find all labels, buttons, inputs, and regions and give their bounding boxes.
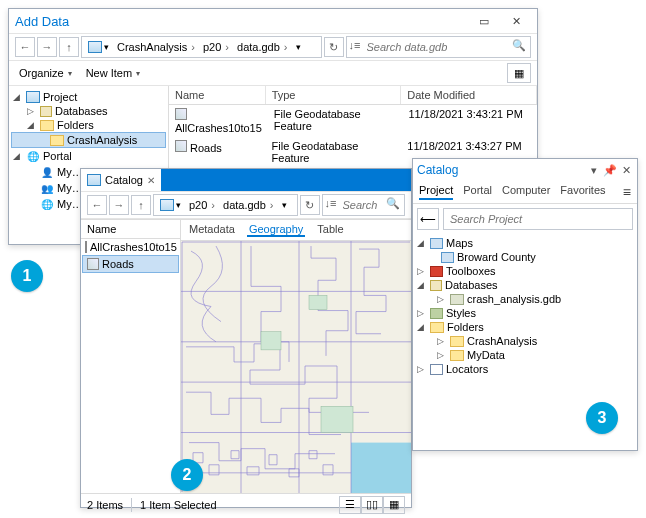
refresh-button[interactable] bbox=[300, 195, 320, 215]
tab-table[interactable]: Table bbox=[315, 223, 345, 237]
pane-tabs[interactable]: Project Portal Computer Favorites ≡ bbox=[413, 181, 637, 204]
organize-menu[interactable]: Organize bbox=[15, 65, 76, 81]
toolbar: Organize New Item ▦ bbox=[9, 61, 537, 86]
project-icon bbox=[88, 41, 102, 53]
pin-icon[interactable]: 📌 bbox=[603, 164, 617, 177]
tree-folder-item[interactable]: ▷MyData bbox=[413, 348, 637, 362]
feature-class-icon bbox=[85, 241, 87, 253]
back-button[interactable]: ← bbox=[15, 37, 35, 57]
callout-2: 2 bbox=[171, 459, 203, 491]
pane-title: Catalog bbox=[417, 163, 458, 177]
tree-maps[interactable]: ◢Maps bbox=[413, 236, 637, 250]
nav-bar: ← → ↑ ▾ p20 data.gdb ▾ ↓≡ 🔍 bbox=[81, 191, 411, 219]
catalog-icon bbox=[87, 174, 101, 186]
tree-folder-selected[interactable]: CrashAnalysis bbox=[11, 132, 166, 148]
project-tree[interactable]: ◢Maps Broward County ▷Toolboxes ◢Databas… bbox=[413, 234, 637, 378]
feature-class-icon bbox=[175, 108, 187, 120]
up-button[interactable]: ↑ bbox=[131, 195, 151, 215]
restore-button[interactable]: ▭ bbox=[469, 11, 499, 31]
close-button[interactable]: ✕ bbox=[501, 11, 531, 31]
view-details-button[interactable]: ▦ bbox=[507, 63, 531, 83]
svg-rect-2 bbox=[261, 332, 281, 350]
search-box[interactable]: ↓≡ 🔍 bbox=[346, 36, 531, 58]
feature-class-icon bbox=[175, 140, 187, 152]
status-selection: 1 Item Selected bbox=[140, 499, 216, 511]
search-box[interactable]: ↓≡ 🔍 bbox=[322, 194, 405, 216]
tab-project[interactable]: Project bbox=[419, 184, 453, 200]
list-item[interactable]: AllCrashes10to15 File Geodatabase Featur… bbox=[169, 105, 537, 137]
item-list[interactable]: Name AllCrashes10to15 Roads bbox=[81, 220, 181, 493]
new-item-menu[interactable]: New Item bbox=[82, 65, 144, 81]
refresh-button[interactable] bbox=[324, 37, 344, 57]
tree-folder-item[interactable]: ▷CrashAnalysis bbox=[413, 334, 637, 348]
tab-computer[interactable]: Computer bbox=[502, 184, 550, 200]
tree-styles[interactable]: ▷Styles bbox=[413, 306, 637, 320]
list-item[interactable]: AllCrashes10to15 bbox=[81, 239, 180, 255]
status-item-count: 2 Items bbox=[87, 499, 123, 511]
tab-label: Catalog bbox=[105, 174, 143, 186]
tree-gdb-item[interactable]: ▷crash_analysis.gdb bbox=[413, 292, 637, 306]
sort-icon[interactable]: ↓≡ bbox=[325, 197, 337, 209]
titlebar[interactable]: Add Data ▭ ✕ bbox=[9, 9, 537, 33]
breadcrumb[interactable]: ▾ p20 data.gdb ▾ bbox=[153, 194, 298, 216]
tree-project[interactable]: ◢Project bbox=[9, 90, 168, 104]
forward-button[interactable]: → bbox=[109, 195, 129, 215]
search-icon[interactable]: 🔍 bbox=[512, 39, 526, 52]
search-icon[interactable]: 🔍 bbox=[386, 197, 400, 210]
up-button[interactable]: ↑ bbox=[59, 37, 79, 57]
list-item-selected[interactable]: Roads bbox=[82, 255, 179, 273]
tree-locators[interactable]: ▷Locators bbox=[413, 362, 637, 376]
tree-databases[interactable]: ▷Databases bbox=[9, 104, 168, 118]
view-list-button[interactable]: ☰ bbox=[339, 496, 361, 514]
sort-icon[interactable]: ↓≡ bbox=[349, 39, 361, 51]
col-name[interactable]: Name bbox=[169, 86, 266, 104]
tab-geography[interactable]: Geography bbox=[247, 223, 305, 237]
search-input[interactable] bbox=[347, 37, 530, 57]
nav-bar: ← → ↑ ▾ CrashAnalysis p20 data.gdb ▾ ↓≡ … bbox=[9, 33, 537, 61]
svg-rect-4 bbox=[321, 406, 353, 432]
svg-rect-3 bbox=[309, 295, 327, 309]
catalog-view: Catalog ✕ ← → ↑ ▾ p20 data.gdb ▾ ↓≡ 🔍 Na… bbox=[80, 168, 412, 508]
tab-favorites[interactable]: Favorites bbox=[560, 184, 605, 200]
tree-folders[interactable]: ◢Folders bbox=[413, 320, 637, 334]
col-date[interactable]: Date Modified bbox=[401, 86, 537, 104]
status-bar: 2 Items 1 Item Selected ☰ ▯▯ ▦ bbox=[81, 493, 411, 515]
svg-rect-1 bbox=[351, 443, 411, 493]
view-tiles-button[interactable]: ▦ bbox=[383, 496, 405, 514]
callout-1: 1 bbox=[11, 260, 43, 292]
back-button[interactable]: ← bbox=[87, 195, 107, 215]
tree-folders[interactable]: ◢Folders bbox=[9, 118, 168, 132]
tree-map-item[interactable]: Broward County bbox=[413, 250, 637, 264]
tab-strip[interactable]: Catalog ✕ bbox=[81, 169, 411, 191]
tab-portal[interactable]: Portal bbox=[463, 184, 492, 200]
pane-header[interactable]: Catalog ▾ 📌 ✕ bbox=[413, 159, 637, 181]
preview-pane: Metadata Geography Table bbox=[181, 220, 411, 493]
close-icon[interactable]: ✕ bbox=[619, 164, 633, 177]
search-input[interactable] bbox=[443, 208, 633, 230]
tree-toolboxes[interactable]: ▷Toolboxes bbox=[413, 264, 637, 278]
preview-tabs[interactable]: Metadata Geography Table bbox=[181, 220, 411, 241]
callout-3: 3 bbox=[586, 402, 618, 434]
col-type[interactable]: Type bbox=[266, 86, 402, 104]
feature-class-icon bbox=[87, 258, 99, 270]
tree-databases[interactable]: ◢Databases bbox=[413, 278, 637, 292]
forward-button[interactable]: → bbox=[37, 37, 57, 57]
col-name[interactable]: Name bbox=[81, 220, 180, 239]
breadcrumb[interactable]: ▾ CrashAnalysis p20 data.gdb ▾ bbox=[81, 36, 322, 58]
hamburger-icon[interactable]: ≡ bbox=[623, 184, 631, 200]
dropdown-icon[interactable]: ▾ bbox=[587, 164, 601, 177]
view-columns-button[interactable]: ▯▯ bbox=[361, 496, 383, 514]
project-icon bbox=[160, 199, 174, 211]
map-preview[interactable] bbox=[181, 241, 411, 493]
column-headers[interactable]: Name Type Date Modified bbox=[169, 86, 537, 105]
tab-close-icon[interactable]: ✕ bbox=[147, 175, 155, 186]
window-title: Add Data bbox=[15, 14, 69, 29]
tree-portal[interactable]: ◢🌐Portal bbox=[9, 148, 168, 164]
tab-catalog[interactable]: Catalog ✕ bbox=[81, 169, 161, 191]
tab-metadata[interactable]: Metadata bbox=[187, 223, 237, 237]
back-button[interactable]: ⟵ bbox=[417, 208, 439, 230]
